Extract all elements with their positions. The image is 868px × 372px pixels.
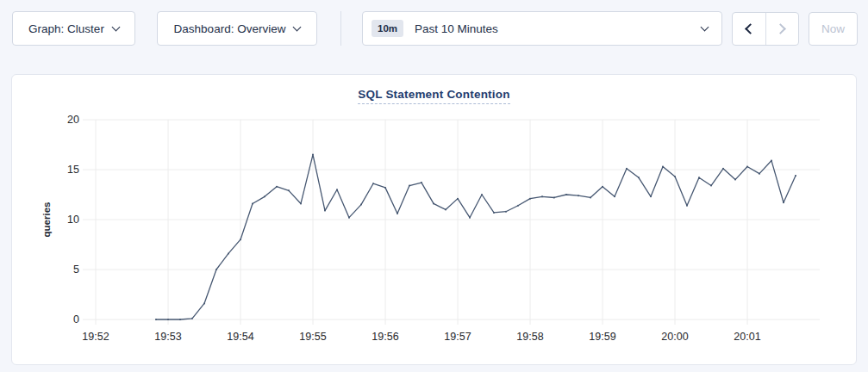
- svg-text:19:57: 19:57: [444, 331, 471, 343]
- svg-text:19:53: 19:53: [154, 331, 181, 343]
- chart-panel: SQL Statement Contention 0510152019:5219…: [11, 74, 857, 365]
- chevron-down-icon: [111, 22, 120, 31]
- chevron-left-icon: [745, 23, 756, 34]
- toolbar-divider: [340, 11, 341, 46]
- sql-contention-chart[interactable]: 0510152019:5219:5319:5419:5519:5619:5719…: [12, 113, 857, 363]
- svg-text:0: 0: [73, 313, 79, 326]
- time-shift-forward-button[interactable]: [765, 13, 799, 45]
- chart-title-row: SQL Statement Contention: [12, 86, 856, 104]
- svg-text:19:59: 19:59: [589, 331, 615, 343]
- graph-scope-dropdown-label: Graph: Cluster: [28, 22, 104, 35]
- time-shift-back-button[interactable]: [733, 13, 765, 45]
- chevron-down-icon: [293, 22, 302, 31]
- graph-scope-dropdown[interactable]: Graph: Cluster: [12, 11, 135, 46]
- svg-text:20: 20: [67, 114, 79, 126]
- time-preset-badge: 10m: [372, 20, 403, 37]
- now-button[interactable]: Now: [809, 12, 858, 46]
- svg-text:15: 15: [67, 164, 79, 176]
- svg-text:19:52: 19:52: [82, 331, 109, 343]
- svg-text:19:56: 19:56: [372, 331, 398, 343]
- svg-text:10: 10: [67, 214, 79, 226]
- svg-text:queries: queries: [41, 202, 52, 238]
- time-shift-control: [732, 12, 799, 46]
- time-range-label: Past 10 Minutes: [415, 22, 498, 35]
- chart-title[interactable]: SQL Statement Contention: [358, 88, 509, 104]
- svg-text:19:58: 19:58: [516, 331, 543, 343]
- svg-text:20:01: 20:01: [734, 331, 760, 343]
- dashboard-dropdown-label: Dashboard: Overview: [174, 22, 286, 35]
- chevron-down-icon: [701, 22, 709, 31]
- svg-text:19:54: 19:54: [227, 331, 253, 343]
- graph-toolbar: Graph: Cluster Dashboard: Overview 10m P…: [0, 0, 868, 59]
- time-range-picker[interactable]: 10m Past 10 Minutes: [362, 11, 722, 46]
- svg-text:19:55: 19:55: [299, 331, 326, 343]
- svg-text:5: 5: [73, 264, 79, 276]
- svg-text:20:00: 20:00: [661, 331, 688, 343]
- dashboard-dropdown[interactable]: Dashboard: Overview: [157, 11, 317, 46]
- chevron-right-icon: [775, 23, 786, 34]
